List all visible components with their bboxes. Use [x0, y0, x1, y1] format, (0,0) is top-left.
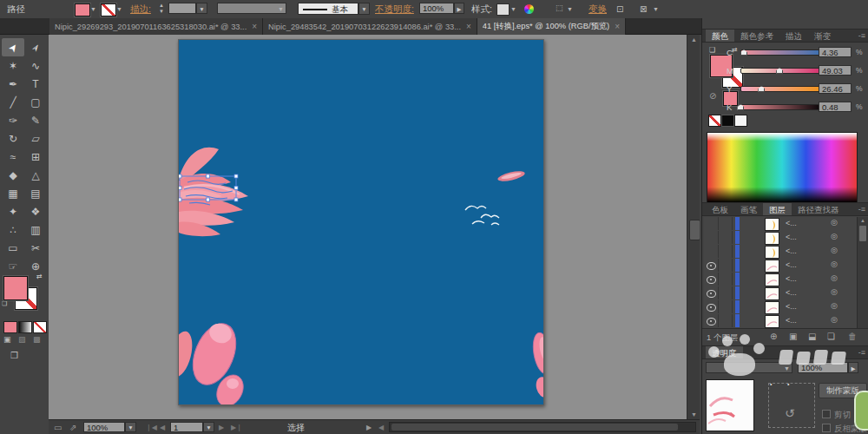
lock-toggle[interactable]: [718, 314, 733, 327]
free-transform-tool[interactable]: ⊞: [24, 148, 47, 166]
document-tab-1[interactable]: Nipic_29269293_20190701163625318030.ai* …: [49, 18, 263, 35]
pen-tool[interactable]: ✒: [2, 75, 24, 93]
canvas-area[interactable]: ▲ ▼: [49, 35, 700, 419]
transparency-panel-menu-icon[interactable]: -≡: [858, 345, 865, 359]
swap-fill-stroke-icon[interactable]: ⇄: [36, 273, 43, 280]
layers-scroll-up-icon[interactable]: ▲: [858, 217, 868, 224]
scroll-up-icon[interactable]: ▲: [687, 35, 700, 44]
perspective-grid-tool[interactable]: △: [24, 166, 47, 184]
black-swatch[interactable]: [721, 115, 734, 127]
layer-thumbnail[interactable]: [765, 287, 779, 300]
mesh-tool[interactable]: ▦: [2, 184, 24, 202]
last-artboard-icon[interactable]: ▶❘: [231, 420, 242, 434]
layers-scrollbar[interactable]: ▲ ▼: [857, 217, 868, 345]
target-circle-icon[interactable]: ◎: [831, 273, 838, 282]
column-graph-tool[interactable]: ▥: [24, 220, 47, 239]
layer-label[interactable]: <...: [786, 233, 797, 241]
eyedropper-tool[interactable]: ✦: [2, 202, 24, 220]
rectangle-tool[interactable]: ▢: [24, 93, 47, 111]
layer-row-2[interactable]: <...◎: [704, 231, 865, 246]
slice-tool[interactable]: ✂: [24, 239, 47, 257]
gradient-tool[interactable]: ▤: [24, 184, 47, 202]
style-dropdown-icon[interactable]: ▼: [510, 0, 516, 18]
slider-track[interactable]: [740, 49, 822, 56]
magic-wand-tool[interactable]: ✶: [2, 56, 24, 75]
brush-dropdown[interactable]: ▼: [358, 3, 370, 15]
channel-value-input[interactable]: 26.46: [819, 83, 852, 94]
artboard[interactable]: [178, 39, 544, 405]
status-left-icon-1[interactable]: ▭: [54, 420, 62, 434]
tab-color-group-2[interactable]: 颜色参考: [734, 30, 779, 42]
lasso-tool[interactable]: ∿: [24, 56, 47, 75]
locate-object-icon[interactable]: ⊕: [770, 332, 777, 341]
slider-track[interactable]: [740, 104, 822, 110]
tab-color-group-4[interactable]: 渐变: [808, 30, 837, 42]
object-thumbnail[interactable]: [706, 379, 754, 431]
visibility-toggle[interactable]: [704, 314, 719, 327]
layer-row-8[interactable]: <...◎: [704, 314, 865, 329]
visibility-toggle[interactable]: [704, 231, 719, 244]
lock-toggle[interactable]: [718, 231, 733, 244]
clip-checkbox-box[interactable]: [822, 410, 831, 418]
tab-color-group-1[interactable]: 颜色: [706, 30, 734, 42]
tab-transparency[interactable]: 透明度: [706, 346, 743, 358]
draw-inside-icon[interactable]: ▩: [33, 335, 41, 344]
target-circle-icon[interactable]: ◎: [831, 218, 838, 227]
align-dropdown-icon[interactable]: ▼: [653, 0, 659, 18]
none-mode-button[interactable]: [33, 321, 47, 333]
horizontal-scrollbar[interactable]: [389, 422, 696, 432]
lock-toggle[interactable]: [718, 217, 733, 230]
horizontal-scroll-thumb[interactable]: [391, 424, 678, 431]
paintbrush-tool[interactable]: ✑: [2, 111, 24, 129]
width-tool[interactable]: ≈: [2, 148, 24, 166]
zoom-tool[interactable]: ⊕: [24, 257, 47, 275]
stroke-weight-input[interactable]: [168, 3, 196, 14]
tab-color-group-3[interactable]: 描边: [779, 30, 808, 42]
layer-row-7[interactable]: <...◎: [704, 300, 865, 315]
type-tool[interactable]: T: [24, 75, 47, 93]
tab-close-icon[interactable]: ×: [252, 22, 257, 31]
transparency-opacity-dropdown[interactable]: ▶: [848, 362, 858, 373]
stroke-dropdown-icon[interactable]: ▼: [116, 0, 122, 18]
channel-value-input[interactable]: 49.03: [819, 65, 852, 76]
vertical-scroll-thumb[interactable]: [689, 220, 700, 240]
zoom-level-input[interactable]: 100%: [83, 422, 125, 432]
scale-tool[interactable]: ▱: [24, 129, 47, 148]
gradient-mode-button[interactable]: [18, 321, 32, 333]
lock-toggle[interactable]: [718, 300, 733, 313]
target-circle-icon[interactable]: ◎: [831, 287, 838, 296]
align-options-icon[interactable]: ⊠: [640, 0, 647, 18]
opacity-link[interactable]: 不透明度:: [375, 0, 414, 18]
layer-label[interactable]: <...: [786, 274, 797, 283]
color-mode-button[interactable]: [3, 321, 17, 333]
layer-thumbnail[interactable]: [765, 232, 779, 245]
status-left-icon-2[interactable]: ⇗: [69, 420, 76, 434]
fill-color-swatch[interactable]: [75, 3, 90, 16]
brush-definition[interactable]: 基本: [298, 3, 358, 15]
slider-track[interactable]: [740, 86, 822, 92]
tab-layers-group-2[interactable]: 画笔: [734, 203, 763, 215]
mask-thumbnail-empty[interactable]: ↺: [768, 383, 815, 428]
white-swatch[interactable]: [734, 115, 747, 127]
transform-bounds-icon[interactable]: ⊡: [616, 0, 623, 18]
layer-label[interactable]: <...: [786, 219, 797, 227]
new-sublayer-icon[interactable]: ⬓: [808, 332, 816, 341]
variable-width-profile-dropdown[interactable]: ▼: [217, 3, 286, 14]
select-similar-icon[interactable]: ⬚: [556, 3, 563, 12]
hand-tool[interactable]: ☞: [2, 257, 24, 275]
lock-toggle[interactable]: [718, 259, 733, 272]
stroke-weight-dropdown[interactable]: ▼: [196, 3, 207, 14]
visibility-toggle[interactable]: [704, 245, 719, 258]
layers-scroll-thumb[interactable]: [859, 226, 866, 241]
recolor-artwork-icon[interactable]: [524, 4, 534, 14]
channel-value-input[interactable]: 4.36: [819, 47, 852, 57]
symbol-sprayer-tool[interactable]: ∴: [2, 220, 24, 239]
draw-behind-icon[interactable]: ▨: [18, 335, 26, 344]
default-fill-stroke-icon[interactable]: ❏: [2, 300, 7, 307]
channel-value-input[interactable]: 0.48: [819, 102, 852, 112]
layer-label[interactable]: <...: [786, 316, 797, 325]
visibility-toggle[interactable]: [704, 300, 719, 313]
lock-toggle[interactable]: [718, 245, 733, 258]
color-panel-menu-icon[interactable]: -≡: [858, 29, 865, 43]
layer-label[interactable]: <...: [786, 288, 797, 297]
